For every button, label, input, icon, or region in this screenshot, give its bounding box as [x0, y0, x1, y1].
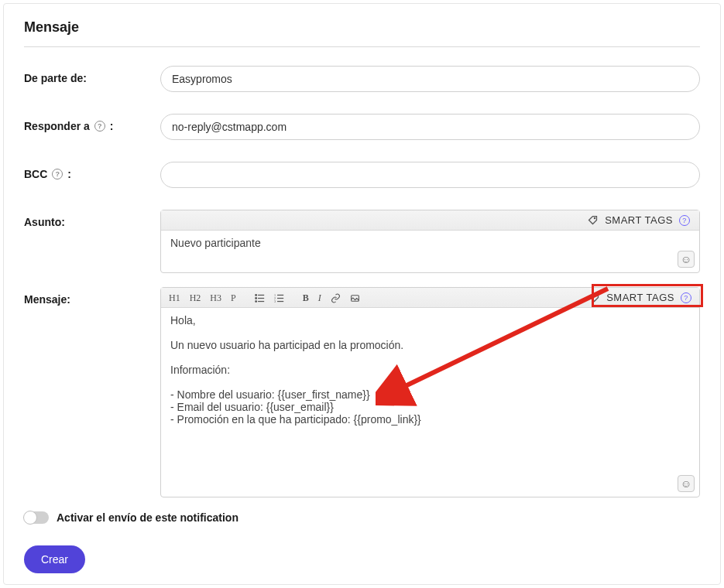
activate-toggle[interactable]	[24, 511, 49, 524]
help-icon[interactable]: ?	[52, 169, 63, 179]
ordered-list-button[interactable]: 123	[271, 290, 287, 306]
svg-point-0	[595, 217, 595, 218]
from-label: De parte de:	[24, 66, 160, 84]
h1-button[interactable]: H1	[166, 290, 184, 306]
divider	[24, 46, 700, 47]
reply-to-input[interactable]	[160, 114, 700, 140]
bold-button[interactable]: B	[300, 290, 312, 306]
help-icon[interactable]: ?	[679, 215, 690, 226]
smart-tags-button-message[interactable]: SMART TAGS ?	[585, 292, 695, 303]
tag-icon	[588, 292, 600, 303]
emoji-button[interactable]: ☺	[678, 251, 695, 268]
italic-button[interactable]: I	[315, 290, 324, 306]
image-button[interactable]	[347, 290, 363, 306]
help-icon[interactable]: ?	[94, 121, 105, 132]
paragraph-button[interactable]: P	[228, 290, 239, 306]
from-input[interactable]	[160, 66, 700, 92]
tag-icon	[587, 214, 599, 226]
emoji-button[interactable]: ☺	[678, 475, 695, 492]
subject-label: Asunto:	[24, 210, 160, 228]
bcc-input[interactable]	[160, 162, 700, 188]
message-editor[interactable]: Hola, Un nuevo usuario ha participad en …	[161, 308, 699, 497]
unordered-list-button[interactable]	[252, 290, 268, 306]
create-button[interactable]: Crear	[24, 545, 85, 573]
bcc-label: BCC ? :	[24, 162, 160, 180]
svg-point-5	[256, 301, 257, 303]
svg-point-14	[596, 295, 597, 296]
svg-text:3: 3	[274, 299, 276, 303]
link-button[interactable]	[328, 290, 344, 306]
subject-editor[interactable]: Nuevo participante ☺	[161, 231, 699, 272]
smart-tags-button-subject[interactable]: SMART TAGS ?	[584, 214, 693, 226]
help-icon[interactable]: ?	[681, 292, 691, 303]
svg-point-3	[256, 298, 257, 299]
h2-button[interactable]: H2	[187, 290, 204, 306]
message-label: Mensaje:	[24, 287, 160, 306]
reply-to-label: Responder a ? :	[24, 114, 160, 132]
toggle-label: Activar el envío de este notification	[57, 511, 238, 524]
subject-text: Nuevo participante	[170, 237, 261, 249]
h3-button[interactable]: H3	[207, 290, 225, 306]
message-body: Hola, Un nuevo usuario ha participad en …	[170, 314, 690, 426]
svg-point-1	[256, 295, 257, 296]
section-title: Mensaje	[24, 19, 700, 36]
